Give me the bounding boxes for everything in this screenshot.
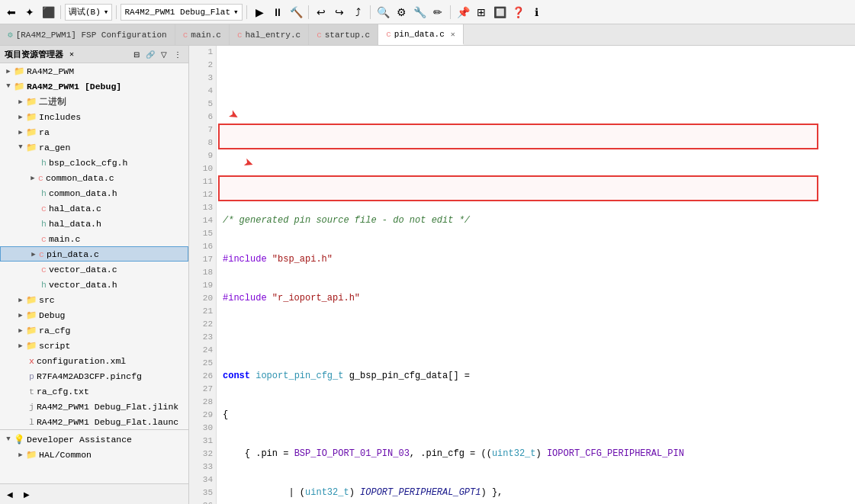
file-h-icon: h bbox=[41, 280, 47, 290]
folder-icon: 📁 bbox=[26, 127, 37, 137]
pause-button[interactable]: ⏸ bbox=[269, 4, 286, 21]
sidebar-item-includes[interactable]: ▶ 📁 Includes bbox=[0, 109, 188, 124]
arrow-icon: ▶ bbox=[15, 128, 26, 136]
sidebar-item-label: ra_gen bbox=[39, 143, 70, 152]
sidebar-item-debug-launch[interactable]: ▶ l RA4M2_PWM1 Debug_Flat.launc bbox=[0, 414, 188, 429]
code-line-1: /* generated pin source file - do not ed… bbox=[223, 214, 849, 227]
tab-fsp[interactable]: ⚙ [RA4M2_PWM1] FSP Configuration bbox=[0, 24, 175, 45]
sidebar-item-vector-data-c[interactable]: ▶ c vector_data.c bbox=[0, 262, 188, 277]
build-button[interactable]: 🔨 bbox=[288, 4, 304, 21]
chevron-down-icon2: ▾ bbox=[233, 7, 239, 17]
sidebar-item-label: RA4M2_PWM1 Debug_Flat.launc bbox=[37, 417, 178, 427]
sidebar-item-debug[interactable]: ▶ 📁 Debug bbox=[0, 307, 188, 323]
sidebar-item-hal-data-h[interactable]: ▶ h hal_data.h bbox=[0, 216, 188, 231]
file-c-icon: c bbox=[38, 173, 43, 183]
sidebar-item-ra-cfg-txt[interactable]: ▶ t ra_cfg.txt bbox=[0, 384, 188, 399]
tab-startup[interactable]: c startup.c bbox=[309, 24, 378, 45]
collapse-icon[interactable]: ⊟ bbox=[130, 48, 143, 60]
code-content[interactable]: ➤ ➤ /* generated pin source file - do no… bbox=[217, 46, 855, 504]
help-button[interactable]: ❓ bbox=[509, 4, 526, 21]
sidebar-item-bsp-clock[interactable]: ▶ h bsp_clock_cfg.h bbox=[0, 155, 188, 170]
step-over-button[interactable]: ↩ bbox=[313, 4, 329, 21]
folder-icon: 📁 bbox=[26, 111, 37, 122]
sidebar-item-debug-jlink[interactable]: ▶ j RA4M2_PWM1 Debug_Flat.jlink bbox=[0, 399, 188, 414]
pin-button[interactable]: 📌 bbox=[455, 4, 471, 21]
arrow-icon: ▶ bbox=[15, 311, 26, 319]
sidebar-item-label: common_data.h bbox=[49, 188, 117, 198]
code-line-5: const ioport_pin_cfg_t g_bsp_pin_cfg_dat… bbox=[223, 370, 849, 383]
launch-icon: l bbox=[29, 417, 34, 427]
sidebar-item-main-c[interactable]: ▶ c main.c bbox=[0, 231, 188, 246]
tab-hal-entry[interactable]: c hal_entry.c bbox=[230, 24, 309, 45]
arrow-icon: ▶ bbox=[28, 250, 39, 258]
debug-dropdown[interactable]: 调试(B) ▾ bbox=[65, 4, 112, 21]
developer-section: ▼ 💡 Developer Assistance ▶ 📁 HAL/Common bbox=[0, 429, 188, 464]
debug-label: 调试(B) bbox=[69, 6, 101, 18]
sidebar-item-script[interactable]: ▶ 📁 script bbox=[0, 338, 188, 353]
config-dropdown[interactable]: RA4M2_PWM1 Debug_Flat ▾ bbox=[121, 4, 243, 21]
link-icon[interactable]: 🔗 bbox=[144, 48, 156, 60]
tab-hal-entry-label: hal_entry.c bbox=[246, 30, 301, 40]
sidebar-item-label: hal_data.c bbox=[49, 204, 101, 213]
close-sidebar-icon[interactable]: ✕ bbox=[69, 50, 74, 59]
file-h-icon: h bbox=[41, 158, 47, 168]
sidebar-item-vector-data-h[interactable]: ▶ h vector_data.h bbox=[0, 277, 188, 292]
sidebar-item-label: hal_data.h bbox=[49, 219, 101, 229]
sidebar-item-config-xml[interactable]: ▶ x configuration.xml bbox=[0, 353, 188, 368]
sidebar-item-hal-data-c[interactable]: ▶ c hal_data.c bbox=[0, 201, 188, 216]
sidebar-item-label: ra bbox=[39, 127, 50, 137]
sidebar-item-developer[interactable]: ▼ 💡 Developer Assistance bbox=[0, 432, 188, 447]
tab-pin-data[interactable]: c pin_data.c ✕ bbox=[378, 24, 464, 45]
sidebar-item-label: bsp_clock_cfg.h bbox=[49, 158, 128, 168]
search-button[interactable]: 🔍 bbox=[374, 4, 391, 21]
sidebar-item-ra[interactable]: ▶ 📁 ra bbox=[0, 124, 188, 140]
tab-main[interactable]: c main.c bbox=[175, 24, 230, 45]
developer-icon: 💡 bbox=[14, 434, 24, 445]
code-line-8: | (uint32_t) IOPORT_PERIPHERAL_GPT1) }, bbox=[223, 486, 849, 499]
sep4 bbox=[308, 5, 309, 19]
tools-button[interactable]: 🔧 bbox=[411, 4, 428, 21]
nav-right-button[interactable]: ▶ bbox=[18, 486, 35, 502]
back-button[interactable]: ⬅ bbox=[3, 4, 20, 21]
sep3 bbox=[246, 5, 247, 19]
sidebar-item-ra-gen[interactable]: ▼ 📁 ra_gen bbox=[0, 140, 188, 155]
nav-left-button[interactable]: ◀ bbox=[2, 486, 18, 502]
run-button[interactable]: ▶ bbox=[251, 4, 268, 21]
sidebar-item-pin-data-c[interactable]: ▶ c pin_data.c bbox=[0, 246, 188, 262]
info-button[interactable]: ℹ bbox=[528, 4, 545, 21]
sidebar-item-ra4m2pwm[interactable]: ▶ 📁 RA4M2_PWM bbox=[0, 63, 188, 79]
sidebar-item-ra-cfg[interactable]: ▶ 📁 ra_cfg bbox=[0, 323, 188, 338]
sidebar-item-hal-common[interactable]: ▶ 📁 HAL/Common bbox=[0, 447, 188, 462]
tab-close-icon[interactable]: ✕ bbox=[451, 30, 455, 39]
sidebar-item-common-data-h[interactable]: ▶ h common_data.h bbox=[0, 185, 188, 201]
step-into-button[interactable]: ↪ bbox=[331, 4, 348, 21]
file-h-icon: h bbox=[41, 188, 47, 198]
tab-main-label: main.c bbox=[191, 30, 221, 40]
filter-icon[interactable]: ▽ bbox=[158, 48, 170, 60]
sidebar-item-ra4m2pwm1debug[interactable]: ▼ 📁 RA4M2_PWM1 [Debug] bbox=[0, 79, 188, 94]
code-editor: 12345 678910 1112131415 1617181920 21222… bbox=[189, 46, 855, 504]
sidebar-item-common-data-c[interactable]: ▶ c common_data.c bbox=[0, 170, 188, 185]
chip-button[interactable]: 🔲 bbox=[491, 4, 508, 21]
sidebar-item-r7fa[interactable]: ▶ p R7FA4M2AD3CFP.pincfg bbox=[0, 368, 188, 384]
pen-button[interactable]: ✏ bbox=[429, 4, 446, 21]
sidebar-item-binaries[interactable]: ▶ 📁 二进制 bbox=[0, 94, 188, 109]
menu-icon[interactable]: ⋮ bbox=[172, 48, 184, 60]
grid-button[interactable]: ⊞ bbox=[473, 4, 490, 21]
red-arrow-2: ➤ bbox=[241, 157, 255, 173]
sidebar-content: ▶ 📁 RA4M2_PWM ▼ 📁 RA4M2_PWM1 [Debug] ▶ 📁… bbox=[0, 63, 188, 483]
sidebar-item-src[interactable]: ▶ 📁 src bbox=[0, 292, 188, 307]
main-layout: 项目资源管理器 ✕ ⊟ 🔗 ▽ ⋮ ▶ 📁 RA4M2_PWM ▼ 📁 RA4M… bbox=[0, 46, 855, 504]
stop-button[interactable]: ⬛ bbox=[40, 4, 56, 21]
sidebar-item-label: configuration.xml bbox=[37, 356, 126, 366]
sidebar-item-label: ra_cfg.txt bbox=[37, 387, 89, 396]
sidebar-item-label: ra_cfg bbox=[39, 326, 70, 335]
tab-pin-data-label: pin_data.c bbox=[394, 30, 445, 39]
sidebar: 项目资源管理器 ✕ ⊟ 🔗 ▽ ⋮ ▶ 📁 RA4M2_PWM ▼ 📁 RA4M… bbox=[0, 46, 189, 504]
settings-button[interactable]: ⚙ bbox=[393, 4, 410, 21]
arrow-icon: ▶ bbox=[15, 98, 26, 106]
step-return-button[interactable]: ⤴ bbox=[349, 4, 366, 21]
file-c-icon: c bbox=[41, 234, 47, 244]
jlink-icon: j bbox=[29, 402, 34, 412]
star-button[interactable]: ✦ bbox=[21, 4, 38, 21]
